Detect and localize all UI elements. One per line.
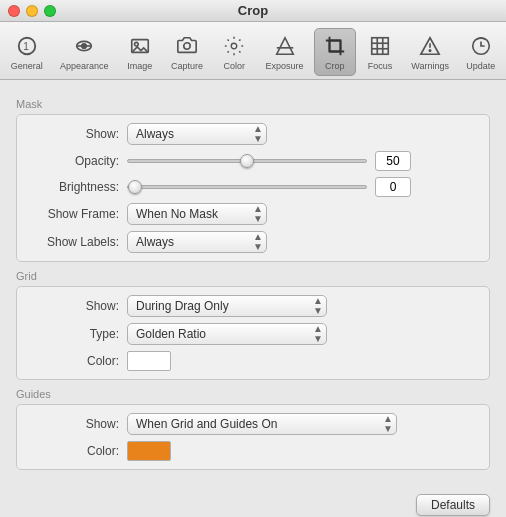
toolbar-item-exposure[interactable]: Exposure (258, 28, 310, 76)
svg-line-13 (228, 39, 229, 40)
update-icon (468, 33, 494, 59)
close-button[interactable] (8, 5, 20, 17)
toolbar: 1 General Appearance Image (0, 22, 506, 80)
color-icon (221, 33, 247, 59)
mask-opacity-row: Opacity: (29, 151, 477, 171)
guides-section: Show: When Grid and Guides On Always Nev… (16, 404, 490, 470)
svg-line-14 (239, 51, 240, 52)
window-title: Crop (238, 3, 268, 18)
svg-text:1: 1 (23, 40, 29, 51)
mask-show-select-wrapper: Always Never When Moving ▲▼ (127, 123, 267, 145)
mask-brightness-row: Brightness: (29, 177, 477, 197)
grid-show-select[interactable]: During Drag Only Always Never (127, 295, 327, 317)
defaults-button[interactable]: Defaults (416, 494, 490, 516)
toolbar-item-appearance[interactable]: Appearance (53, 28, 116, 76)
warnings-icon (417, 33, 443, 59)
svg-point-8 (231, 43, 237, 49)
toolbar-item-focus[interactable]: Focus (359, 28, 401, 76)
svg-line-16 (228, 51, 229, 52)
guides-color-label: Color: (29, 444, 119, 458)
focus-label: Focus (368, 61, 393, 71)
mask-show-select[interactable]: Always Never When Moving (127, 123, 267, 145)
warnings-label: Warnings (411, 61, 449, 71)
mask-show-frame-select-wrapper: When No Mask Always Never ▲▼ (127, 203, 267, 225)
crop-label: Crop (325, 61, 345, 71)
svg-point-7 (184, 42, 190, 48)
mask-show-labels-select[interactable]: Always Never (127, 231, 267, 253)
capture-label: Capture (171, 61, 203, 71)
grid-color-swatch[interactable] (127, 351, 171, 371)
grid-show-row: Show: During Drag Only Always Never ▲▼ (29, 295, 477, 317)
brightness-value[interactable] (375, 177, 411, 197)
general-icon: 1 (14, 33, 40, 59)
toolbar-item-warnings[interactable]: Warnings (404, 28, 456, 76)
window-controls (8, 5, 56, 17)
grid-section-label: Grid (16, 270, 490, 282)
toolbar-item-color[interactable]: Color (213, 28, 255, 76)
focus-icon (367, 33, 393, 59)
guides-show-label: Show: (29, 417, 119, 431)
exposure-label: Exposure (265, 61, 303, 71)
grid-show-select-wrapper: During Drag Only Always Never ▲▼ (127, 295, 327, 317)
maximize-button[interactable] (44, 5, 56, 17)
grid-type-row: Type: Golden Ratio Rule of Thirds Diagon… (29, 323, 477, 345)
mask-show-labels-label: Show Labels: (29, 235, 119, 249)
color-label: Color (223, 61, 245, 71)
toolbar-item-image[interactable]: Image (119, 28, 161, 76)
svg-point-6 (134, 42, 138, 46)
exposure-icon (272, 33, 298, 59)
capture-icon (174, 33, 200, 59)
mask-show-row: Show: Always Never When Moving ▲▼ (29, 123, 477, 145)
guides-color-swatch[interactable] (127, 441, 171, 461)
mask-show-labels-select-wrapper: Always Never ▲▼ (127, 231, 267, 253)
grid-color-row: Color: (29, 351, 477, 371)
toolbar-item-general[interactable]: 1 General (4, 28, 50, 76)
image-label: Image (127, 61, 152, 71)
toolbar-item-crop[interactable]: Crop (314, 28, 356, 76)
brightness-slider[interactable] (127, 185, 367, 189)
update-label: Update (466, 61, 495, 71)
general-label: General (11, 61, 43, 71)
guides-show-select-wrapper: When Grid and Guides On Always Never ▲▼ (127, 413, 397, 435)
minimize-button[interactable] (26, 5, 38, 17)
svg-point-27 (429, 49, 430, 50)
svg-rect-20 (372, 37, 389, 54)
mask-section-label: Mask (16, 98, 490, 110)
mask-section: Show: Always Never When Moving ▲▼ Opacit… (16, 114, 490, 262)
titlebar: Crop (0, 0, 506, 22)
appearance-icon (71, 33, 97, 59)
crop-icon (322, 33, 348, 59)
svg-rect-19 (329, 40, 340, 51)
guides-show-row: Show: When Grid and Guides On Always Nev… (29, 413, 477, 435)
mask-brightness-label: Brightness: (29, 180, 119, 194)
mask-show-label: Show: (29, 127, 119, 141)
footer: Defaults (0, 486, 506, 517)
main-content: Mask Show: Always Never When Moving ▲▼ O… (0, 80, 506, 486)
svg-line-15 (239, 39, 240, 40)
mask-show-labels-row: Show Labels: Always Never ▲▼ (29, 231, 477, 253)
toolbar-item-update[interactable]: Update (459, 28, 502, 76)
mask-show-frame-row: Show Frame: When No Mask Always Never ▲▼ (29, 203, 477, 225)
svg-marker-17 (276, 37, 293, 54)
appearance-label: Appearance (60, 61, 109, 71)
grid-type-label: Type: (29, 327, 119, 341)
guides-color-row: Color: (29, 441, 477, 461)
grid-type-select-wrapper: Golden Ratio Rule of Thirds Diagonal Tri… (127, 323, 327, 345)
guides-section-label: Guides (16, 388, 490, 400)
brightness-slider-container (127, 177, 477, 197)
toolbar-item-capture[interactable]: Capture (164, 28, 210, 76)
mask-show-frame-select[interactable]: When No Mask Always Never (127, 203, 267, 225)
guides-show-select[interactable]: When Grid and Guides On Always Never (127, 413, 397, 435)
image-icon (127, 33, 153, 59)
grid-type-select[interactable]: Golden Ratio Rule of Thirds Diagonal Tri… (127, 323, 327, 345)
opacity-slider[interactable] (127, 159, 367, 163)
mask-show-frame-label: Show Frame: (29, 207, 119, 221)
mask-opacity-label: Opacity: (29, 154, 119, 168)
grid-color-label: Color: (29, 354, 119, 368)
opacity-slider-container (127, 151, 477, 171)
grid-show-label: Show: (29, 299, 119, 313)
grid-section: Show: During Drag Only Always Never ▲▼ T… (16, 286, 490, 380)
svg-point-4 (82, 43, 87, 48)
opacity-value[interactable] (375, 151, 411, 171)
